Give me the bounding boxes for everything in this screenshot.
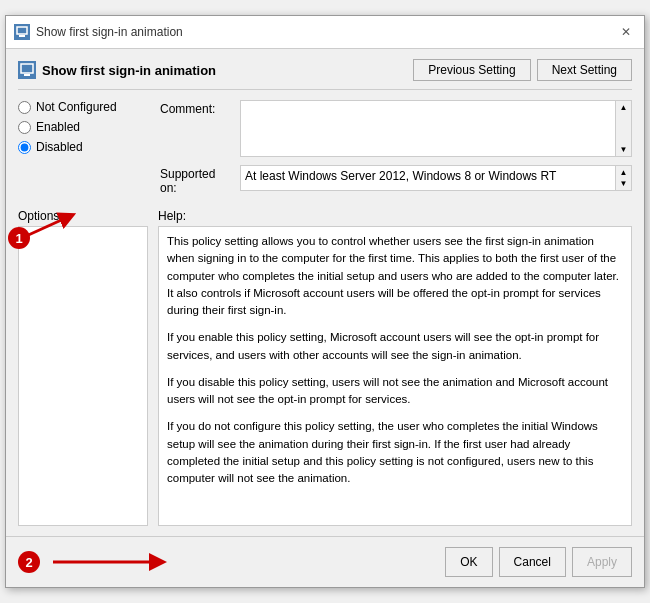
comment-textarea-wrap: ▲ ▼ bbox=[240, 100, 632, 157]
radio-not-configured-label: Not Configured bbox=[36, 100, 117, 114]
next-setting-button[interactable]: Next Setting bbox=[537, 59, 632, 81]
radio-disabled-label: Disabled bbox=[36, 140, 83, 154]
supported-scrollbar[interactable]: ▲ ▼ bbox=[615, 166, 631, 190]
comment-textarea[interactable] bbox=[241, 101, 615, 156]
options-label: Options: bbox=[18, 209, 148, 223]
ok-button[interactable]: OK bbox=[445, 547, 492, 577]
comment-label: Comment: bbox=[160, 100, 230, 157]
help-box[interactable]: This policy setting allows you to contro… bbox=[158, 226, 632, 526]
supported-box-wrap: At least Windows Server 2012, Windows 8 … bbox=[240, 165, 632, 191]
dialog-icon bbox=[18, 61, 36, 79]
window-title: Show first sign-in animation bbox=[36, 25, 183, 39]
title-bar: Show first sign-in animation ✕ bbox=[6, 16, 644, 49]
annotation-badge-2: 2 bbox=[18, 551, 40, 573]
radio-group: Not Configured Enabled Disabled bbox=[18, 100, 148, 154]
left-panel: Not Configured Enabled Disabled bbox=[18, 100, 148, 203]
main-body: Not Configured Enabled Disabled Comm bbox=[18, 100, 632, 203]
radio-not-configured-input[interactable] bbox=[18, 101, 31, 114]
supported-row: Supported on: At least Windows Server 20… bbox=[160, 165, 632, 195]
radio-disabled[interactable]: Disabled bbox=[18, 140, 148, 154]
options-content-box bbox=[18, 226, 148, 526]
dialog-title: Show first sign-in animation bbox=[18, 61, 216, 79]
window-content: Show first sign-in animation Previous Se… bbox=[6, 49, 644, 536]
footer: 2 OK Cancel Apply bbox=[6, 536, 644, 587]
header-buttons: Previous Setting Next Setting bbox=[413, 59, 632, 81]
header-row: Show first sign-in animation Previous Se… bbox=[18, 59, 632, 90]
radio-disabled-input[interactable] bbox=[18, 141, 31, 154]
help-panel: Help: This policy setting allows you to … bbox=[158, 209, 632, 526]
previous-setting-button[interactable]: Previous Setting bbox=[413, 59, 530, 81]
title-bar-left: Show first sign-in animation bbox=[14, 24, 183, 40]
help-label: Help: bbox=[158, 209, 632, 223]
right-panel: Comment: ▲ ▼ Supported on: At least Wind… bbox=[160, 100, 632, 203]
options-panel: Options: bbox=[18, 209, 148, 526]
comment-scrollbar[interactable]: ▲ ▼ bbox=[615, 101, 631, 156]
dialog-title-text: Show first sign-in animation bbox=[42, 63, 216, 78]
radio-not-configured[interactable]: Not Configured bbox=[18, 100, 148, 114]
svg-rect-2 bbox=[21, 64, 33, 73]
radio-enabled-label: Enabled bbox=[36, 120, 80, 134]
panels-row: Options: Help: This policy setting allow… bbox=[18, 209, 632, 526]
dialog-window: Show first sign-in animation ✕ Show firs… bbox=[5, 15, 645, 588]
close-button[interactable]: ✕ bbox=[616, 22, 636, 42]
radio-enabled-input[interactable] bbox=[18, 121, 31, 134]
svg-rect-1 bbox=[19, 35, 25, 37]
footer-annotation: 2 bbox=[18, 547, 439, 577]
supported-value: At least Windows Server 2012, Windows 8 … bbox=[241, 166, 615, 190]
svg-rect-3 bbox=[24, 74, 30, 76]
comment-row: Comment: ▲ ▼ bbox=[160, 100, 632, 157]
window-icon bbox=[14, 24, 30, 40]
radio-enabled[interactable]: Enabled bbox=[18, 120, 148, 134]
cancel-button[interactable]: Cancel bbox=[499, 547, 566, 577]
apply-button[interactable]: Apply bbox=[572, 547, 632, 577]
supported-label: Supported on: bbox=[160, 165, 230, 195]
svg-rect-0 bbox=[17, 27, 27, 34]
